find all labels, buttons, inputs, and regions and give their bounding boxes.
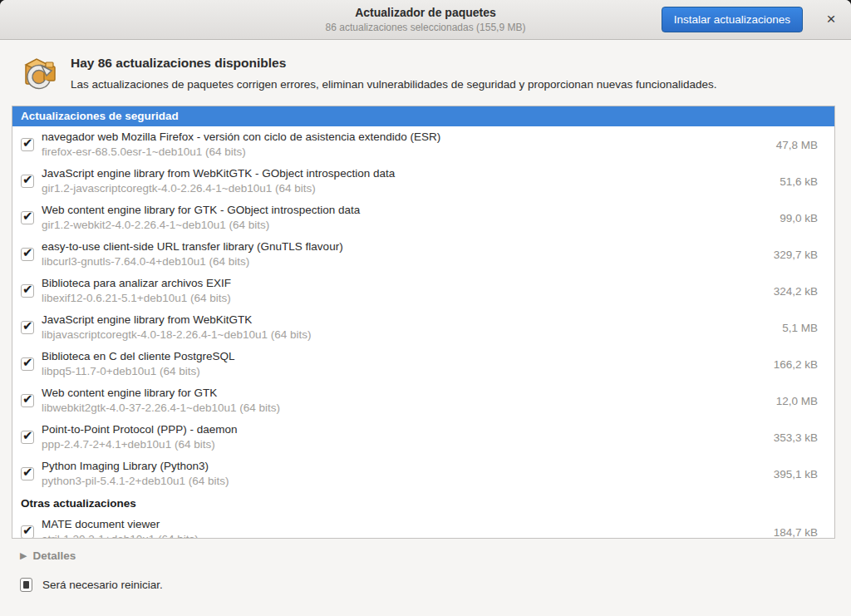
update-row[interactable]: easy-to-use client-side URL transfer lib… [12,236,834,273]
package-title: Python Imaging Library (Python3) [42,459,765,474]
package-title: easy-to-use client-side URL transfer lib… [42,239,765,254]
package-version: python3-pil-5.4.1-2+deb10u1 (64 bits) [42,474,765,489]
package-updater-window: Actualizador de paquetes 86 actualizacio… [0,0,851,616]
package-version: libpq5-11.7-0+deb10u1 (64 bits) [42,364,765,379]
restart-notice-text: Será necesario reiniciar. [42,579,163,591]
package-version: atril-1.20.3-1+deb10u1 (64 bits) [42,532,765,539]
software-update-icon [20,52,60,92]
update-checkbox[interactable] [21,284,34,298]
package-version: ppp-2.4.7-2+4.1+deb10u1 (64 bits) [42,437,765,452]
package-size: 329,7 kB [765,249,834,261]
package-version: libcurl3-gnutls-7.64.0-4+deb10u1 (64 bit… [42,254,765,269]
package-title: JavaScript engine library from WebKitGTK [42,313,774,328]
update-row[interactable]: Biblioteca para analizar archivos EXIF l… [12,273,834,309]
package-version: firefox-esr-68.5.0esr-1~deb10u1 (64 bits… [42,145,768,160]
package-size: 166,2 kB [765,358,834,371]
details-label: Detalles [32,549,76,562]
restart-required-icon [20,578,32,592]
package-title: Point-to-Point Protocol (PPP) - daemon [42,422,765,437]
package-version: gir1.2-javascriptcoregtk-4.0-2.26.4-1~de… [42,181,771,196]
package-version: libjavascriptcoregtk-4.0-18-2.26.4-1~deb… [42,328,774,342]
update-checkbox[interactable] [21,431,34,444]
update-row[interactable]: MATE document viewer atril-1.20.3-1+deb1… [12,514,834,539]
update-checkbox[interactable] [21,467,34,480]
update-checkbox[interactable] [21,394,34,407]
package-size: 47,8 MB [768,139,834,151]
update-checkbox[interactable] [21,211,34,224]
package-size: 99,0 kB [771,212,834,224]
headerbar: Actualizador de paquetes 86 actualizacio… [0,0,851,40]
package-size: 353,3 kB [765,431,834,444]
update-checkbox[interactable] [21,357,34,371]
update-row[interactable]: Python Imaging Library (Python3) python3… [12,456,834,492]
updates-list[interactable]: Actualizaciones de seguridad navegador w… [12,106,835,539]
package-title: Biblioteca para analizar archivos EXIF [42,276,765,291]
details-expander[interactable]: ▶ Detalles [20,549,76,562]
update-row[interactable]: Web content engine library for GTK libwe… [12,382,834,419]
update-row[interactable]: JavaScript engine library from WebKitGTK… [12,163,834,200]
package-title: JavaScript engine library from WebKitGTK… [42,166,771,181]
summary-text: Hay 86 actualizaciones disponibles Las a… [71,51,717,91]
package-title: Web content engine library for GTK [42,386,768,401]
update-checkbox[interactable] [21,175,34,188]
package-size: 324,2 kB [765,285,834,298]
package-title: Web content engine library for GTK - GOb… [42,203,771,218]
security-updates-section-header: Actualizaciones de seguridad [12,106,834,126]
package-size: 51,6 kB [771,175,834,188]
update-row[interactable]: Web content engine library for GTK - GOb… [12,200,834,236]
update-row[interactable]: Biblioteca en C del cliente PostgreSQL l… [12,346,834,382]
update-row[interactable]: JavaScript engine library from WebKitGTK… [12,309,834,346]
updates-description: Las actualizaciones de paquetes corrigen… [71,78,717,91]
install-updates-button[interactable]: Instalar actualizaciones [662,7,803,32]
updates-available-heading: Hay 86 actualizaciones disponibles [71,56,717,71]
package-version: libwebkit2gtk-4.0-37-2.26.4-1~deb10u1 (6… [42,401,768,416]
update-checkbox[interactable] [21,138,34,151]
restart-notice-row: Será necesario reiniciar. [20,578,851,592]
package-version: libexif12-0.6.21-5.1+deb10u1 (64 bits) [42,291,765,306]
update-row[interactable]: Point-to-Point Protocol (PPP) - daemon p… [12,419,834,456]
package-title: Biblioteca en C del cliente PostgreSQL [42,349,765,364]
package-size: 12,0 MB [768,395,834,407]
package-version: gir1.2-webkit2-4.0-2.26.4-1~deb10u1 (64 … [42,218,771,233]
chevron-right-icon: ▶ [20,550,27,561]
package-title: MATE document viewer [42,517,765,532]
update-row[interactable]: navegador web Mozilla Firefox - versión … [12,126,834,163]
update-checkbox[interactable] [21,321,34,334]
summary-section: Hay 86 actualizaciones disponibles Las a… [0,40,851,106]
close-icon[interactable]: × [821,10,841,30]
package-size: 395,1 kB [765,468,834,480]
other-updates-section-header: Otras actualizaciones [12,492,834,514]
update-checkbox[interactable] [21,248,34,261]
package-title: navegador web Mozilla Firefox - versión … [42,130,768,145]
update-checkbox[interactable] [21,525,34,539]
package-size: 184,7 kB [765,526,834,539]
package-size: 5,1 MB [774,322,834,334]
